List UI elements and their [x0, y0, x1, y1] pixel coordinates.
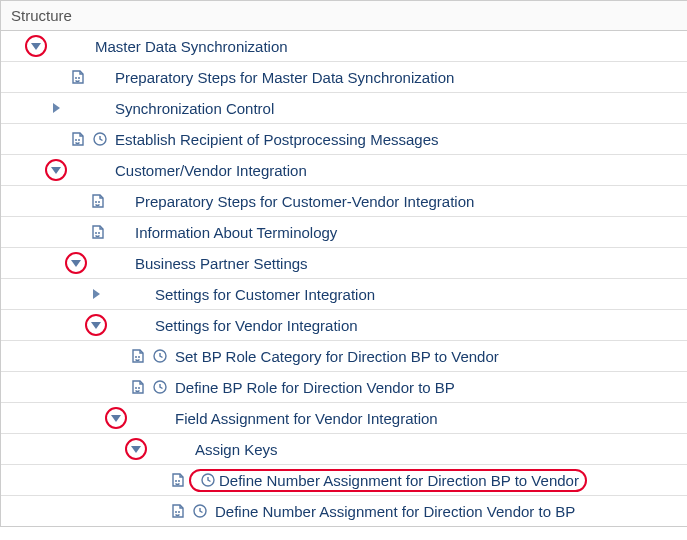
tree-row[interactable]: Define Number Assignment for Direction B… [1, 465, 687, 496]
activity-icon [89, 131, 111, 147]
highlight-ring [125, 438, 147, 460]
chevron-right-icon[interactable] [48, 100, 64, 116]
tree-item-label[interactable]: Define Number Assignment for Direction V… [211, 503, 575, 520]
tree-row[interactable]: Establish Recipient of Postprocessing Me… [1, 124, 687, 155]
tree-item-label[interactable]: Preparatory Steps for Customer-Vendor In… [131, 193, 474, 210]
tree-item-label[interactable]: Master Data Synchronization [91, 38, 288, 55]
tree-row[interactable]: Customer/Vendor Integration [1, 155, 687, 186]
tree-row[interactable]: Preparatory Steps for Customer-Vendor In… [1, 186, 687, 217]
tree-row[interactable]: Synchronization Control [1, 93, 687, 124]
chevron-down-icon[interactable] [88, 317, 104, 333]
highlight-ring [105, 407, 127, 429]
tree-row[interactable]: Define BP Role for Direction Vendor to B… [1, 372, 687, 403]
highlight-ring [45, 159, 67, 181]
chevron-down-icon[interactable] [68, 255, 84, 271]
highlight-ring [65, 252, 87, 274]
structure-panel: Structure Master Data SynchronizationPre… [0, 0, 687, 527]
highlighted-item: Define Number Assignment for Direction B… [189, 469, 587, 492]
chevron-down-icon[interactable] [28, 38, 44, 54]
tree-item-label[interactable]: Information About Terminology [131, 224, 337, 241]
activity-icon [149, 348, 171, 364]
tree-item-label[interactable]: Assign Keys [191, 441, 278, 458]
document-icon [167, 503, 189, 519]
tree-item-label[interactable]: Settings for Customer Integration [151, 286, 375, 303]
tree-item-label[interactable]: Settings for Vendor Integration [151, 317, 358, 334]
tree-row[interactable]: Field Assignment for Vendor Integration [1, 403, 687, 434]
document-icon [127, 348, 149, 364]
tree-item-label[interactable]: Establish Recipient of Postprocessing Me… [111, 131, 439, 148]
activity-icon [189, 503, 211, 519]
chevron-down-icon[interactable] [128, 441, 144, 457]
tree-item-label[interactable]: Define Number Assignment for Direction B… [219, 472, 579, 489]
tree-item-label[interactable]: Field Assignment for Vendor Integration [171, 410, 438, 427]
tree-item-label[interactable]: Synchronization Control [111, 100, 274, 117]
tree-row[interactable]: Set BP Role Category for Direction BP to… [1, 341, 687, 372]
tree-item-label[interactable]: Set BP Role Category for Direction BP to… [171, 348, 499, 365]
highlight-ring [25, 35, 47, 57]
document-icon [67, 131, 89, 147]
tree-row[interactable]: Define Number Assignment for Direction V… [1, 496, 687, 526]
tree-row[interactable]: Settings for Customer Integration [1, 279, 687, 310]
document-icon [87, 224, 109, 240]
tree-item-label[interactable]: Business Partner Settings [131, 255, 308, 272]
chevron-right-icon[interactable] [88, 286, 104, 302]
panel-header: Structure [1, 1, 687, 31]
activity-icon [197, 472, 219, 488]
tree-item-label[interactable]: Define BP Role for Direction Vendor to B… [171, 379, 455, 396]
activity-icon [149, 379, 171, 395]
tree-row[interactable]: Information About Terminology [1, 217, 687, 248]
tree-row[interactable]: Business Partner Settings [1, 248, 687, 279]
highlight-ring [85, 314, 107, 336]
tree-item-label[interactable]: Preparatory Steps for Master Data Synchr… [111, 69, 454, 86]
tree-row[interactable]: Assign Keys [1, 434, 687, 465]
document-icon [87, 193, 109, 209]
tree-view: Master Data SynchronizationPreparatory S… [1, 31, 687, 526]
tree-row[interactable]: Settings for Vendor Integration [1, 310, 687, 341]
tree-row[interactable]: Preparatory Steps for Master Data Synchr… [1, 62, 687, 93]
chevron-down-icon[interactable] [108, 410, 124, 426]
chevron-down-icon[interactable] [48, 162, 64, 178]
tree-item-label[interactable]: Customer/Vendor Integration [111, 162, 307, 179]
document-icon [67, 69, 89, 85]
document-icon [167, 472, 189, 488]
document-icon [127, 379, 149, 395]
tree-row[interactable]: Master Data Synchronization [1, 31, 687, 62]
